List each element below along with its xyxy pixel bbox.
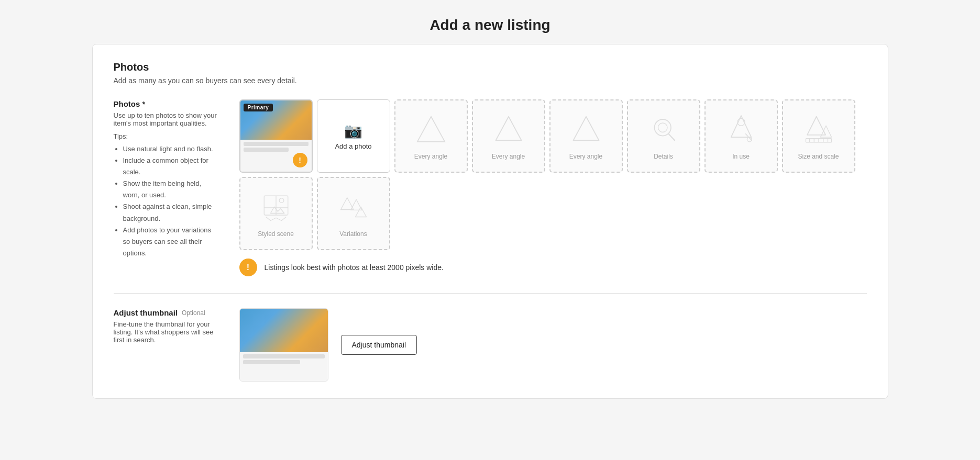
optional-badge: Optional [182, 309, 205, 317]
photo-slot-primary[interactable]: Primary ! [239, 99, 313, 173]
thumbnail-desc: Fine-tune the thumbnail for your listing… [114, 320, 218, 344]
tips-list: Use natural light and no flash. Include … [114, 143, 218, 259]
add-photo-slot[interactable]: 📷 Add a photo [317, 99, 390, 173]
svg-point-3 [654, 119, 671, 136]
photo-slot-every-angle-3[interactable]: Every angle [549, 99, 623, 173]
thumbnail-section: Adjust thumbnail Optional Fine-tune the … [114, 308, 867, 382]
thumbnail-label: Adjust thumbnail Optional [114, 308, 218, 317]
every-angle-2-icon [490, 112, 527, 149]
slot-label-in-use: In use [732, 153, 750, 160]
thumbnail-image [239, 308, 328, 382]
svg-point-4 [658, 123, 667, 132]
tip-3: Show the item being held, worn, or used. [123, 178, 218, 201]
warning-icon: ! [239, 259, 257, 276]
photos-section: Photos * Use up to ten photos to show yo… [114, 99, 867, 276]
photo-row-1: Primary ! 📷 Add a photo [239, 99, 867, 173]
photo-row-2: Styled scene Variations [239, 177, 867, 250]
photo-slot-every-angle-1[interactable]: Every angle [394, 99, 468, 173]
photo-slot-styled-scene[interactable]: Styled scene [239, 177, 313, 250]
warning-overlay-icon: ! [293, 153, 307, 167]
photos-right-panel: Primary ! 📷 Add a photo [239, 99, 867, 276]
svg-marker-2 [573, 117, 599, 141]
section-subtitle: Add as many as you can so buyers can see… [114, 76, 867, 85]
thumbnail-left-panel: Adjust thumbnail Optional Fine-tune the … [114, 308, 218, 344]
details-icon [645, 112, 682, 149]
svg-marker-0 [417, 117, 445, 142]
slot-label-variations: Variations [339, 230, 367, 238]
slot-label-every-angle-2: Every angle [492, 153, 525, 160]
styled-scene-icon [258, 189, 294, 226]
photo-slot-details[interactable]: Details [627, 99, 700, 173]
primary-badge: Primary [244, 104, 273, 111]
photos-header: Photos Add as many as you can so buyers … [114, 61, 867, 85]
adjust-thumbnail-button[interactable]: Adjust thumbnail [341, 335, 417, 355]
camera-icon: 📷 [344, 122, 362, 139]
field-label: Photos * [114, 99, 218, 108]
slot-label-size-scale: Size and scale [798, 153, 839, 160]
slot-label-every-angle-1: Every angle [414, 153, 447, 160]
tip-4: Shoot against a clean, simple background… [123, 201, 218, 224]
photo-slot-in-use[interactable]: In use [704, 99, 778, 173]
every-angle-1-icon [413, 112, 449, 149]
section-title: Photos [114, 61, 867, 73]
warning-message: Listings look best with photos at least … [265, 263, 444, 272]
variations-icon [335, 189, 372, 226]
svg-marker-1 [495, 117, 521, 141]
tip-1: Use natural light and no flash. [123, 143, 218, 155]
slot-label-styled-scene: Styled scene [258, 230, 294, 238]
section-divider [114, 293, 867, 294]
tip-5: Add photos to your variations so buyers … [123, 225, 218, 259]
size-scale-icon [800, 112, 837, 149]
slot-label-every-angle-3: Every angle [569, 153, 602, 160]
in-use-icon [723, 112, 759, 149]
every-angle-3-icon [568, 112, 604, 149]
svg-point-22 [279, 198, 284, 203]
svg-line-5 [668, 134, 674, 140]
photo-slot-every-angle-2[interactable]: Every angle [472, 99, 545, 173]
tip-2: Include a common object for scale. [123, 155, 218, 178]
photos-left-panel: Photos * Use up to ten photos to show yo… [114, 99, 218, 276]
photo-slot-variations[interactable]: Variations [317, 177, 390, 250]
add-photo-label: Add a photo [335, 142, 371, 150]
field-desc: Use up to ten photos to show your item's… [114, 111, 218, 127]
thumbnail-right-panel: Adjust thumbnail [239, 308, 417, 382]
tips-label: Tips: [114, 132, 218, 140]
slot-label-details: Details [654, 153, 673, 160]
warning-banner: ! Listings look best with photos at leas… [239, 259, 867, 276]
svg-marker-6 [731, 116, 751, 137]
photo-slot-size-scale[interactable]: Size and scale [782, 99, 855, 173]
page-title: Add a new listing [0, 0, 980, 44]
main-card: Photos Add as many as you can so buyers … [92, 44, 888, 399]
